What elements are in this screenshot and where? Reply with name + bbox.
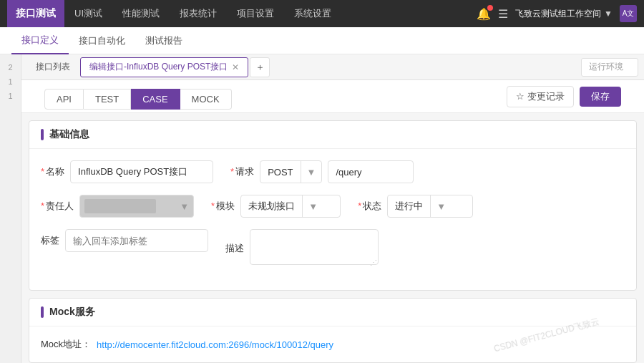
sidebar-num-3: 1 xyxy=(8,89,12,103)
nav-interface-auto[interactable]: 接口自动化 xyxy=(69,27,135,54)
status-select[interactable]: 进行中 ▼ xyxy=(387,195,473,218)
name-input[interactable] xyxy=(70,160,213,183)
bell-icon[interactable]: 🔔 xyxy=(477,7,491,21)
basic-info-section: 基础信息 *名称 *请求 xyxy=(29,120,637,291)
person-select[interactable]: ▼ xyxy=(79,195,194,218)
form-group-person: *责任人 ▼ xyxy=(41,195,194,218)
inner-tab-row: API TEST CASE MOCK ☆ 变更记录 保存 xyxy=(21,80,644,113)
inner-tabs: API TEST CASE MOCK xyxy=(33,83,243,110)
status-value: 进行中 xyxy=(388,200,430,213)
tag-input[interactable] xyxy=(65,229,208,252)
basic-info-header: 基础信息 xyxy=(29,121,636,149)
top-nav-items: UI测试 性能测试 报表统计 项目设置 系统设置 xyxy=(64,0,477,27)
tab-right-area: 运行环境 xyxy=(581,58,638,77)
nav-system-settings[interactable]: 系统设置 xyxy=(284,0,341,27)
bell-badge xyxy=(487,5,493,11)
status-arrow: ▼ xyxy=(430,195,452,217)
basic-info-title: 基础信息 xyxy=(49,128,89,141)
tab-interface-list[interactable]: 接口列表 xyxy=(27,57,79,77)
form-group-desc: 描述 ⋰ xyxy=(225,229,379,267)
tab-mock[interactable]: MOCK xyxy=(180,89,232,110)
mock-service-header: Mock服务 xyxy=(29,299,636,326)
mock-url-value[interactable]: http://democenter.fit2cloud.com:2696/moc… xyxy=(97,339,333,350)
action-bar: ☆ 变更记录 保存 xyxy=(507,86,633,107)
tab-test[interactable]: TEST xyxy=(84,89,131,110)
main-layout: 2 1 1 接口列表 编辑接口-InfluxDB Query POST接口 ✕ … xyxy=(0,54,644,363)
person-avatar-block xyxy=(84,199,156,213)
mock-service-body: Mock地址： http://democenter.fit2cloud.com:… xyxy=(29,326,636,362)
tab-bar: 接口列表 编辑接口-InfluxDB Query POST接口 ✕ ＋ 运行环境 xyxy=(21,54,644,80)
module-value: 未规划接口 xyxy=(241,200,302,213)
left-sidebar: 2 1 1 xyxy=(0,54,21,363)
desc-wrap: ⋰ xyxy=(250,229,379,267)
content-area: 接口列表 编辑接口-InfluxDB Query POST接口 ✕ ＋ 运行环境… xyxy=(21,54,644,363)
person-label: *责任人 xyxy=(41,200,74,213)
path-input[interactable] xyxy=(328,160,414,183)
module-label: *模块 xyxy=(211,200,235,213)
scroll-content: 基础信息 *名称 *请求 xyxy=(21,113,644,363)
section-title-bar xyxy=(41,129,44,140)
mock-url-row: Mock地址： http://democenter.fit2cloud.com:… xyxy=(41,338,625,351)
nav-interface-def[interactable]: 接口定义 xyxy=(11,27,69,54)
change-record-button[interactable]: ☆ 变更记录 xyxy=(507,86,574,107)
module-select[interactable]: 未规划接口 ▼ xyxy=(240,195,341,218)
top-nav: 接口测试 UI测试 性能测试 报表统计 项目设置 系统设置 🔔 ☰ 飞致云测试组… xyxy=(0,0,644,27)
method-arrow: ▼ xyxy=(301,161,322,183)
desc-textarea[interactable] xyxy=(250,229,379,265)
form-group-tag: 标签 xyxy=(41,229,208,252)
change-record-label: 变更记录 xyxy=(527,90,565,103)
nav-ui-test[interactable]: UI测试 xyxy=(64,0,112,27)
mock-service-title: Mock服务 xyxy=(49,306,95,319)
module-arrow: ▼ xyxy=(302,195,323,217)
name-label: *名称 xyxy=(41,165,64,178)
form-row-1: *名称 *请求 POST ▼ xyxy=(41,160,625,183)
menu-icon[interactable]: ☰ xyxy=(498,7,508,21)
form-group-name: *名称 xyxy=(41,160,213,183)
method-select[interactable]: POST ▼ xyxy=(260,160,322,183)
nav-perf-test[interactable]: 性能测试 xyxy=(112,0,170,27)
tag-label: 标签 xyxy=(41,234,59,247)
nav-project-settings[interactable]: 项目设置 xyxy=(227,0,284,27)
tab-case[interactable]: CASE xyxy=(131,89,180,110)
nav-test-report[interactable]: 测试报告 xyxy=(135,27,192,54)
form-row-2: *责任人 ▼ *模块 未规划接口 xyxy=(41,195,625,218)
request-label: *请求 xyxy=(230,165,254,178)
mock-address-label: Mock地址： xyxy=(41,338,91,351)
run-env-select[interactable]: 运行环境 xyxy=(581,58,638,77)
top-nav-right: 🔔 ☰ 飞致云测试组工作空间 ▼ A文 xyxy=(477,5,637,22)
mock-section-title-bar xyxy=(41,306,44,318)
desc-label: 描述 xyxy=(225,242,244,255)
mock-service-section: Mock服务 Mock地址： http://democenter.fit2clo… xyxy=(29,298,637,363)
form-group-status: *状态 进行中 ▼ xyxy=(358,195,473,218)
sidebar-num-1: 2 xyxy=(8,60,12,74)
form-group-module: *模块 未规划接口 ▼ xyxy=(211,195,341,218)
avatar[interactable]: A文 xyxy=(620,5,637,22)
form-group-request: *请求 POST ▼ xyxy=(230,160,414,183)
basic-info-body: *名称 *请求 POST ▼ xyxy=(29,149,636,290)
tab-edit-label: 编辑接口-InfluxDB Query POST接口 xyxy=(89,61,228,73)
method-value: POST xyxy=(260,167,300,178)
form-row-3: 标签 描述 ⋰ xyxy=(41,229,625,267)
nav-report[interactable]: 报表统计 xyxy=(170,0,227,27)
person-arrow-icon: ▼ xyxy=(180,201,189,212)
brand[interactable]: 接口测试 xyxy=(7,0,64,27)
save-button[interactable]: 保存 xyxy=(580,87,621,107)
second-nav: 接口定义 接口自动化 测试报告 xyxy=(0,27,644,54)
status-label: *状态 xyxy=(358,200,381,213)
sidebar-num-2: 1 xyxy=(8,74,12,89)
tab-edit-interface[interactable]: 编辑接口-InfluxDB Query POST接口 ✕ xyxy=(80,57,248,77)
star-icon: ☆ xyxy=(516,91,525,102)
resize-handle-icon: ⋰ xyxy=(370,258,377,266)
run-env-placeholder: 运行环境 xyxy=(589,61,623,73)
tab-api[interactable]: API xyxy=(44,89,84,110)
workspace-label: 飞致云测试组工作空间 ▼ xyxy=(515,8,613,20)
tab-add-button[interactable]: ＋ xyxy=(250,57,270,77)
tab-close-icon[interactable]: ✕ xyxy=(232,62,239,72)
